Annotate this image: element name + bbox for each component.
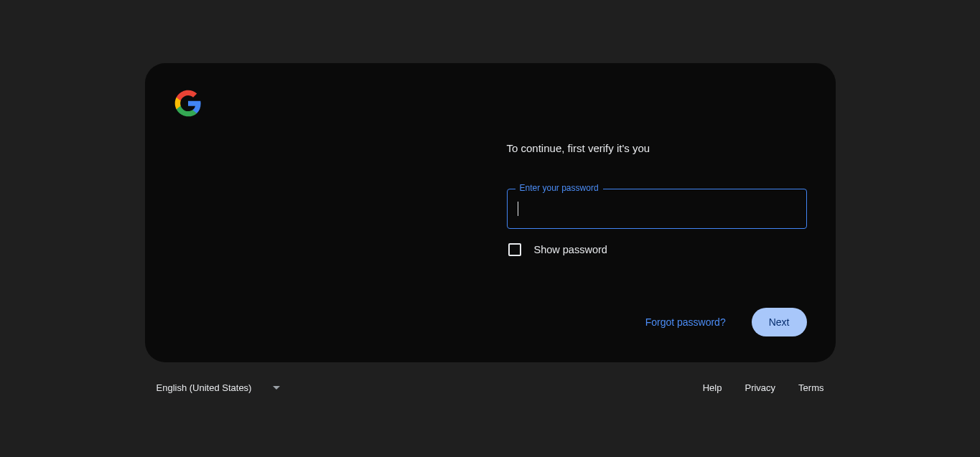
password-field-wrapper: Enter your password: [507, 189, 807, 229]
terms-link[interactable]: Terms: [798, 382, 823, 393]
language-selector-label: English (United States): [157, 382, 252, 393]
password-field-label: Enter your password: [515, 183, 603, 193]
google-logo-icon: [174, 89, 202, 118]
form-column: To continue, first verify it's you Enter…: [507, 135, 807, 336]
next-button[interactable]: Next: [752, 308, 807, 336]
text-cursor: [518, 202, 518, 216]
show-password-label[interactable]: Show password: [534, 244, 607, 255]
help-link[interactable]: Help: [703, 382, 722, 393]
forgot-password-link[interactable]: Forgot password?: [637, 311, 734, 334]
signin-card: To continue, first verify it's you Enter…: [145, 63, 836, 362]
verify-instruction-text: To continue, first verify it's you: [507, 142, 807, 154]
password-field[interactable]: [507, 189, 807, 229]
show-password-row: Show password: [507, 243, 807, 256]
footer-links: Help Privacy Terms: [703, 382, 824, 393]
privacy-link[interactable]: Privacy: [745, 382, 775, 393]
language-selector[interactable]: English (United States): [157, 377, 281, 399]
button-row: Forgot password? Next: [507, 308, 807, 336]
chevron-down-icon: [273, 386, 280, 390]
show-password-checkbox[interactable]: [508, 243, 521, 256]
footer: English (United States) Help Privacy Ter…: [145, 377, 836, 399]
